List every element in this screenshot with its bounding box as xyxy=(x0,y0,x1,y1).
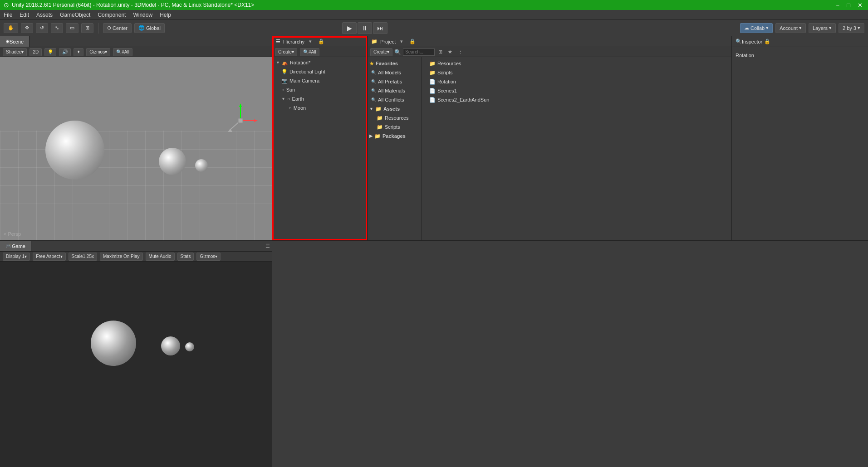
search-scene-button[interactable]: 🔍 #All xyxy=(113,48,132,56)
move-tool-button[interactable]: ✥ xyxy=(21,23,33,33)
display-dropdown: ▾ xyxy=(25,254,27,259)
sun-label: Sun xyxy=(286,87,295,92)
project-fav-all-prefabs[interactable]: 🔍 All Prefabs xyxy=(368,77,422,86)
project-folder-scripts[interactable]: 📁 Scripts xyxy=(368,122,422,131)
hierarchy-lock-button[interactable]: 🔒 xyxy=(316,39,326,44)
scale-tool-button[interactable]: ⤡ xyxy=(51,23,63,33)
hierarchy-sun[interactable]: ○ Sun xyxy=(272,85,367,94)
project-fav-all-materials[interactable]: 🔍 All Materials xyxy=(368,86,422,95)
tab-game[interactable]: 🎮 Game xyxy=(0,241,31,251)
inspector-lock-button[interactable]: 🔒 xyxy=(762,39,772,44)
project-dots-button[interactable]: ⋮ xyxy=(456,49,465,55)
global-button[interactable]: 🌐 Global xyxy=(134,23,165,33)
resources-folder-icon: 📁 xyxy=(377,115,383,121)
project-lock-button[interactable]: 🔒 xyxy=(407,39,417,44)
layers-button[interactable]: Layers ▾ xyxy=(809,23,836,33)
project-create-button[interactable]: Create ▾ xyxy=(370,48,392,56)
fav-all-materials-label: All Materials xyxy=(378,88,405,93)
project-folder-resources[interactable]: 📁 Resources xyxy=(368,113,422,122)
display-button[interactable]: Display 1 ▾ xyxy=(3,253,30,261)
free-aspect-button[interactable]: Free Aspect ▾ xyxy=(33,253,65,261)
hierarchy-create-button[interactable]: Create ▾ xyxy=(275,48,297,56)
hand-tool-button[interactable]: ✋ xyxy=(4,23,18,33)
hierarchy-moon[interactable]: ○ Moon xyxy=(272,103,367,112)
center-button[interactable]: ⊙ Center xyxy=(103,23,132,33)
rect-tool-button[interactable]: ▭ xyxy=(66,23,78,33)
proj-create-label: Create xyxy=(373,49,387,54)
menu-file[interactable]: File xyxy=(4,12,12,18)
project-fav-all-models[interactable]: 🔍 All Models xyxy=(368,68,422,77)
layers-dropdown-icon: ▾ xyxy=(829,25,832,31)
hierarchy-search-button[interactable]: 🔍 #All xyxy=(300,48,319,56)
shaded-label: Shaded xyxy=(6,49,21,54)
hierarchy-tab-bar: ☰ Hierarchy ▾ 🔒 xyxy=(272,36,367,47)
collab-button[interactable]: ☁ Collab ▾ xyxy=(740,23,773,33)
search-materials-icon: 🔍 xyxy=(371,88,376,93)
scene-tab-label: Scene xyxy=(10,39,24,44)
all-label: #All xyxy=(122,49,129,54)
earth-label: Earth xyxy=(292,96,304,102)
directional-light-icon: 💡 xyxy=(281,69,288,75)
project-asset-scenes2[interactable]: 📄 Scenes2_EarthAndSun xyxy=(426,95,728,104)
close-button[interactable]: ✕ xyxy=(856,2,864,9)
menu-edit[interactable]: Edit xyxy=(20,12,29,18)
2d-button[interactable]: 2D xyxy=(29,48,42,56)
menu-gameobject[interactable]: GameObject xyxy=(60,12,90,18)
root-label: Rotation* xyxy=(290,60,310,65)
menu-component[interactable]: Component xyxy=(98,12,126,18)
collab-label: Collab xyxy=(750,25,765,31)
fx-button[interactable]: ✦ xyxy=(74,48,83,56)
account-button[interactable]: Account ▾ xyxy=(775,23,806,33)
play-button[interactable]: ▶ xyxy=(342,22,357,34)
global-icon: 🌐 xyxy=(138,25,145,31)
scale-button[interactable]: Scale 1.25x xyxy=(69,253,97,261)
menu-assets[interactable]: Assets xyxy=(36,12,53,18)
maximize-on-play-button[interactable]: Maximize On Play xyxy=(100,253,143,261)
hierarchy-menu-button[interactable]: ▾ xyxy=(307,39,314,44)
step-button[interactable]: ⏭ xyxy=(373,22,387,34)
game-gizmos-button[interactable]: Gizmos ▾ xyxy=(196,253,221,261)
shaded-button[interactable]: Shaded ▾ xyxy=(3,48,27,56)
minimize-button[interactable]: − xyxy=(834,2,842,9)
scene-grid xyxy=(0,131,272,240)
pause-button[interactable]: ⏸ xyxy=(358,22,372,34)
menu-help[interactable]: Help xyxy=(160,12,171,18)
cloud-icon: ☁ xyxy=(744,25,749,31)
svg-rect-6 xyxy=(238,118,243,123)
layout-button[interactable]: 2 by 3 ▾ xyxy=(839,23,864,33)
game-panel-menu[interactable]: ☰ xyxy=(264,243,272,249)
tab-scene[interactable]: ⊞ Scene xyxy=(0,36,29,47)
transform-tool-button[interactable]: ⊞ xyxy=(81,23,93,33)
rotate-tool-button[interactable]: ↺ xyxy=(36,23,48,33)
hierarchy-directional-light[interactable]: 💡 Directional Light xyxy=(272,67,367,76)
audio-button[interactable]: 🔊 xyxy=(59,48,71,56)
project-panel: 📁 Project ▾ 🔒 Create ▾ 🔍 ⊞ ★ ⋮ xyxy=(368,36,732,240)
create-dropdown: ▾ xyxy=(292,49,294,54)
search-conflicts-icon: 🔍 xyxy=(371,97,376,102)
hierarchy-earth[interactable]: ▼ ○ Earth xyxy=(272,94,367,103)
project-star-button[interactable]: ★ xyxy=(446,49,454,55)
2d-label: 2D xyxy=(33,49,39,54)
maximize-button[interactable]: □ xyxy=(845,2,852,9)
project-menu-button[interactable]: ▾ xyxy=(398,39,405,44)
scene-viewport[interactable]: < Persp xyxy=(0,57,272,240)
project-asset-rotation[interactable]: 📄 Rotation xyxy=(426,77,728,86)
layout-label: 2 by 3 xyxy=(843,25,856,31)
project-asset-scripts[interactable]: 📁 Scripts xyxy=(426,68,728,77)
light-button[interactable]: 💡 xyxy=(44,48,56,56)
directional-light-label: Directional Light xyxy=(289,69,325,74)
project-view-button[interactable]: ⊞ xyxy=(436,49,444,55)
stats-button[interactable]: Stats xyxy=(177,253,194,261)
gizmos-button[interactable]: Gizmos ▾ xyxy=(86,48,110,56)
hierarchy-main-camera[interactable]: 📷 Main Camera xyxy=(272,76,367,85)
hierarchy-root-item[interactable]: ▼ ⛺ Rotation* xyxy=(272,58,367,67)
menu-window[interactable]: Window xyxy=(133,12,152,18)
project-search-input[interactable] xyxy=(403,49,435,56)
game-viewport[interactable] xyxy=(0,262,272,467)
assets-header: ▼ 📁 Assets xyxy=(368,104,422,113)
project-asset-scenes1[interactable]: 📄 Scenes1 xyxy=(426,86,728,95)
project-fav-all-conflicts[interactable]: 🔍 All Conflicts xyxy=(368,95,422,104)
mute-audio-button[interactable]: Mute Audio xyxy=(146,253,175,261)
project-asset-resources[interactable]: 📁 Resources xyxy=(426,59,728,68)
account-label: Account xyxy=(780,25,798,31)
